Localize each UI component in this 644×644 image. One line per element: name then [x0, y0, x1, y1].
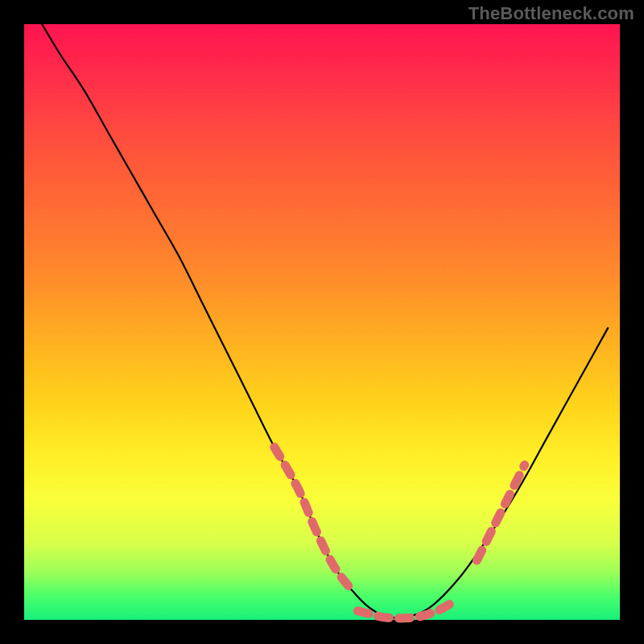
highlight-left — [275, 447, 352, 590]
curve-layer — [24, 24, 620, 620]
chart-frame: TheBottleneck.com — [0, 0, 644, 644]
highlight-right — [477, 465, 524, 560]
watermark-text: TheBottleneck.com — [469, 3, 634, 24]
plot-area — [24, 24, 620, 620]
bottleneck-curve — [42, 24, 608, 618]
